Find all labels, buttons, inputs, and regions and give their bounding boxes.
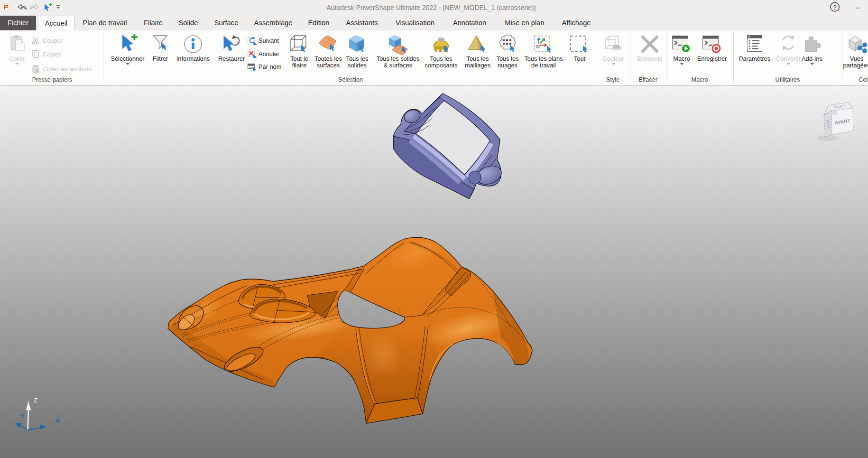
svg-text:?: ? xyxy=(833,4,837,11)
svg-text:Y: Y xyxy=(20,412,24,420)
svg-text:Z: Z xyxy=(34,397,37,404)
svg-text:X: X xyxy=(55,417,60,424)
